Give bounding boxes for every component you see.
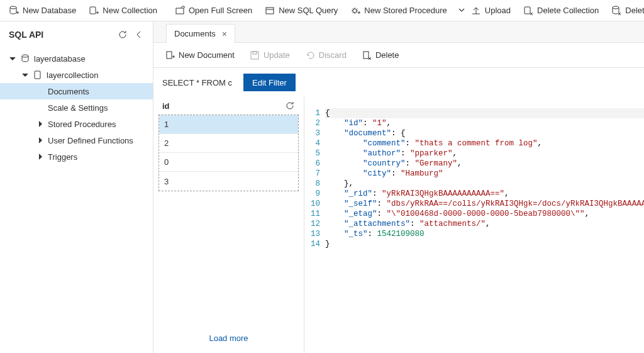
query-row: SELECT * FROM c Edit Filter [153, 68, 644, 97]
delete-collection-label: Delete Collection [537, 6, 599, 15]
collection-plus-icon [89, 6, 99, 16]
open-full-screen-label: Open Full Screen [189, 6, 252, 15]
sql-query-icon [265, 6, 275, 16]
svg-point-4 [353, 9, 357, 13]
new-database-button[interactable]: New Database [3, 0, 82, 21]
sidebar-title: SQL API [9, 30, 43, 40]
svg-point-6 [613, 6, 619, 9]
tab-label: Documents [174, 29, 216, 38]
resource-tree: layerdatabaselayercollectionDocumentsSca… [0, 48, 153, 167]
new-collection-button[interactable]: New Collection [82, 0, 164, 21]
discard-label: Discard [319, 50, 347, 60]
collection-icon [33, 70, 43, 80]
svg-rect-3 [266, 8, 274, 14]
database-delete-icon [611, 6, 621, 16]
database-icon [20, 53, 30, 64]
top-toolbar: New Database New Collection Open Full Sc… [0, 0, 644, 21]
new-document-button[interactable]: New Document [158, 43, 241, 67]
collection-delete-icon [523, 6, 533, 16]
delete-database-label: Delete Datab [625, 6, 644, 15]
load-more-link[interactable]: Load more [158, 325, 299, 345]
undo-icon [305, 50, 315, 60]
svg-rect-1 [90, 7, 96, 14]
sidebar-header: SQL API [0, 21, 153, 48]
tree-item[interactable]: Documents [0, 83, 153, 99]
fullscreen-icon [175, 6, 185, 16]
delete-button[interactable]: Delete [355, 43, 406, 67]
idlist-row[interactable]: 3 [159, 172, 298, 191]
svg-point-7 [22, 55, 28, 57]
svg-rect-10 [251, 52, 258, 59]
svg-rect-9 [167, 52, 172, 59]
idlist-row[interactable]: 0 [159, 153, 298, 172]
svg-rect-11 [253, 52, 257, 54]
document-plus-icon [165, 50, 175, 60]
query-text: SELECT * FROM c [162, 78, 232, 87]
svg-rect-2 [176, 8, 184, 14]
dropdown-icon[interactable] [458, 6, 465, 15]
tab-documents[interactable]: Documents × [166, 24, 235, 43]
idlist-header-label: id [162, 101, 170, 111]
line-gutter: 1234567891011121314 [304, 108, 325, 353]
tree-database[interactable]: layerdatabase [0, 50, 153, 67]
update-label: Update [264, 50, 290, 60]
new-database-label: New Database [23, 6, 76, 15]
tree-item[interactable]: User Defined Functions [0, 132, 153, 148]
idlist-row[interactable]: 1 [159, 115, 298, 134]
gear-plus-icon [350, 6, 360, 16]
json-editor[interactable]: 1234567891011121314 { "id": "1", "docume… [304, 97, 644, 353]
close-icon[interactable]: × [222, 29, 227, 39]
delete-database-button[interactable]: Delete Datab [605, 0, 644, 21]
tab-bar: Documents × [153, 21, 644, 43]
document-id-list: id 1203 Load more [153, 97, 304, 353]
open-full-screen-button[interactable]: Open Full Screen [169, 0, 258, 21]
sidebar: SQL API layerdatabaselayercollectionDocu… [0, 21, 153, 353]
database-plus-icon [9, 6, 19, 16]
svg-rect-12 [364, 52, 369, 59]
tree-item[interactable]: Triggers [0, 148, 153, 165]
edit-filter-button[interactable]: Edit Filter [243, 74, 296, 91]
new-stored-procedure-label: New Stored Procedure [364, 6, 447, 15]
document-delete-icon [362, 50, 372, 60]
refresh-icon[interactable] [285, 101, 295, 111]
svg-rect-5 [525, 7, 530, 14]
new-stored-procedure-button[interactable]: New Stored Procedure [344, 0, 453, 21]
new-sql-query-label: New SQL Query [279, 6, 338, 15]
discard-button: Discard [299, 43, 353, 67]
tree-item[interactable]: Stored Procedures [0, 116, 153, 132]
tree-item[interactable]: Scale & Settings [0, 99, 153, 116]
new-collection-label: New Collection [103, 6, 157, 15]
svg-point-0 [10, 6, 16, 9]
upload-label: Upload [485, 6, 511, 15]
upload-button[interactable]: Upload [465, 0, 517, 21]
refresh-icon[interactable] [118, 30, 128, 40]
new-document-label: New Document [179, 50, 235, 60]
tree-collection[interactable]: layercollection [0, 67, 153, 83]
document-toolbar: New Document Update Discard Delete [153, 43, 644, 68]
update-button: Update [243, 43, 296, 67]
code-area[interactable]: { "id": "1", "document": { "comment": "t… [325, 108, 644, 353]
delete-collection-button[interactable]: Delete Collection [517, 0, 605, 21]
save-icon [250, 50, 260, 60]
collapse-icon[interactable] [134, 30, 144, 40]
delete-label: Delete [375, 50, 399, 60]
idlist-row[interactable]: 2 [159, 134, 298, 153]
svg-rect-8 [35, 71, 40, 79]
main-panel: Documents × New Document Update Discard … [153, 21, 644, 353]
upload-icon [471, 6, 481, 16]
new-sql-query-button[interactable]: New SQL Query [258, 0, 344, 21]
